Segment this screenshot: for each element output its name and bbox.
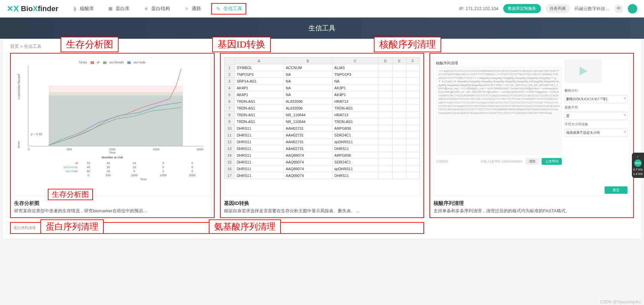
x-axis-label: Time [18,151,207,154]
download-speed: 1.4 K/s [633,172,643,176]
bottom-row: 蛋白序列清理 氨基酸序列清理 蛋白序列清理 氨基酸序列清理 [10,222,634,234]
xtick: 0 [28,148,30,151]
chart-legend: Strata all sex:female sex:male [18,61,207,64]
example-link[interactable]: 示例序列 [436,159,448,164]
logo-text-1: Bio [21,4,33,13]
legend-item: sex:male [133,61,146,64]
legend-swatch-all-icon [91,61,94,64]
header-right: IP: 171.212.102.104 数据库定制服务 任务列表 药融云数字科技… [459,4,637,13]
annotation-survival: 生存分析图 [61,37,119,52]
custom-service-button[interactable]: 数据库定制服务 [503,4,541,13]
nav-nucleic[interactable]: ⟠核酸库 [68,4,97,14]
logo-text-3: finder [38,4,58,13]
card-title: 核酸序列清理 [433,200,630,207]
seq-footer: 示例序列 已输入1条序列 1000/20000000 清除 上传序列 [436,158,562,165]
nav-label: 核酸库 [80,6,94,12]
logo-mark-icon: ✕X [7,4,19,13]
select-value: 删除分(\n,\t,n,\r,/,n,\n,\' \"等) [566,97,607,101]
legend-swatch-female-icon [103,61,106,64]
form-case-select[interactable]: 保持原基于设定大小写˅ [565,129,627,137]
logo[interactable]: ✕X BioXfinder [7,4,58,13]
spreadsheet: ABCDEF1SYMBOLACCNUMALIAS2TNPO1P3NATNPO1P… [224,57,420,179]
select-value: 是 [566,114,570,118]
risk-title: Number at risk [18,156,207,159]
survival-chart-thumb: Strata all sex:female sex:male Cumulativ… [14,57,211,196]
avatar[interactable] [628,4,637,13]
card-title: 基因ID转换 [224,200,420,207]
preview-box[interactable] [565,59,602,83]
card-title: 生存分析图 [14,200,211,207]
survival-svg [28,65,203,146]
form-sep-label: 删除分行 [565,88,627,93]
card-mini-title: 蛋白序列清理 [13,226,36,230]
seq-panel: 核酸序列清理 >>> atgGGCCCCCCCCCCCCGCCNNNNKKKHJ… [434,57,630,196]
banner-title: 生信工具 [309,24,335,32]
legend-item: all [97,61,100,64]
breadcrumb-current: 生信工具 [24,44,41,49]
annotation-protseq: 蛋白序列清理 [40,219,104,234]
card-geneid[interactable]: ABCDEF1SYMBOLACCNUMALIAS2TNPO1P3NATNPO1P… [220,53,424,218]
geneid-thumb: ABCDEF1SYMBOLACCNUMALIAS2TNPO1P3NATNPO1P… [224,57,420,196]
x-ticks: 0 500 1000 1500 2000 [28,148,203,151]
xtick: 2000 [197,148,203,151]
header-bar: ✕X BioXfinder ⟠核酸库 𝌆蛋白库 ⚛蛋白结构 ⑂通路 ✎生信工具 … [0,0,644,18]
breadcrumb-home[interactable]: 首页 [10,44,19,49]
cards-row: Strata all sex:female sex:male Cumulativ… [10,53,634,218]
select-value: 保持原基于设定大小写 [566,130,600,135]
form-replace-label: 替换字符 [565,105,627,110]
clear-button[interactable]: 清除 [525,158,539,165]
company-link[interactable]: 药融云数字科技… [575,6,610,12]
page-banner: 生信工具 [0,18,644,39]
seq-right: 删除分行 删除分(\n,\t,n,\r,/,n,\n,\' \"等)˅ 替换字符… [565,59,627,194]
risk-table: all72462480sex:female40301660sex:male321… [18,161,207,181]
card-survival[interactable]: Strata all sex:female sex:male Cumulativ… [10,53,215,218]
seq-count: 已输入1条序列 1000/20000000 [481,160,522,163]
breadcrumb-sep: > [20,44,23,49]
xtick: 1500 [153,148,159,151]
seq-panel-title: 核酸序列清理 [436,59,562,67]
nav-label: 通路 [192,6,201,12]
legend-label: Strata [79,61,87,64]
card-desc: 支持单条和多条序列清理，清理过后的的格式均为标准的FASTA格式。 [433,208,630,214]
annotation-nucseq: 核酸序列清理 [374,37,441,52]
nav-structure[interactable]: ⚛蛋白结构 [140,4,173,14]
main-container: 首页 > 生信工具 生存分析图 基因ID转换 核酸序列清理 Strata all… [3,39,641,239]
plot-area: Cumulative hazard p = 0.32 [28,65,203,146]
nav-pathway[interactable]: ⑂通路 [180,4,204,14]
upload-speed: 0.7 K/s [633,167,643,172]
chevron-down-icon: ˅ [624,114,626,118]
nav-biotools[interactable]: ✎生信工具 [211,3,246,14]
legend-item: sex:female [109,61,124,64]
upload-button[interactable]: 上传序列 [542,158,562,165]
check-icon: ✔ [633,155,643,159]
task-list-button[interactable]: 任务列表 [546,4,570,13]
form-replace-select[interactable]: 是˅ [565,112,627,120]
form-case-label: 字符大小写转换 [565,122,627,127]
card-nucseq[interactable]: 核酸序列清理 >>> atgGGCCCCCCCCCCCCGCCNNNNKKKHJ… [429,53,634,218]
form-sep-select[interactable]: 删除分(\n,\t,n,\r,/,n,\n,\' \"等)˅ [565,95,627,103]
ip-label: IP: 171.212.102.104 [459,6,498,11]
seq-textarea[interactable]: >>> atgGGCCCCCCCCCCCCGCCNNNNKKKHJFKOFKCC… [436,67,562,155]
legend-swatch-male-icon [127,61,131,64]
card-desc: 研究某癌症类型中患者的生存情况，研究biomarker在癌症中的预后… [14,208,211,214]
seq-left: 核酸序列清理 >>> atgGGCCCCCCCCCCCCGCCNNNNKKKHJ… [436,59,562,194]
play-icon [578,66,588,76]
main-nav: ⟠核酸库 𝌆蛋白库 ⚛蛋白结构 ⑂通路 ✎生信工具 [68,3,246,14]
nucseq-thumb: 核酸序列清理 >>> atgGGCCCCCCCCCCCCGCCNNNNKKKHJ… [433,57,630,196]
annotation-aaseq: 氨基酸序列清理 [209,219,281,234]
chevron-down-icon: ˅ [624,97,626,101]
side-widget[interactable]: ✔ 49% 0.7 K/s 1.4 K/s [632,153,644,178]
inline-annotation-survival: 生存分析图 [48,189,93,200]
nav-protein[interactable]: 𝌆蛋白库 [104,4,133,14]
submit-button[interactable]: 提交 [605,186,627,194]
branch-icon: ⑂ [184,6,190,12]
language-toggle[interactable]: 中 [614,4,623,13]
nav-label: 蛋白结构 [151,6,170,12]
nav-label: 蛋白库 [116,6,130,12]
logo-text-2: X [33,4,38,13]
xtick: 500 [67,148,72,151]
pct-badge: 49% [634,159,642,167]
xtick: 1000 [109,148,116,151]
tools-icon: ✎ [215,6,221,12]
dna-icon: ⟠ [72,6,78,12]
